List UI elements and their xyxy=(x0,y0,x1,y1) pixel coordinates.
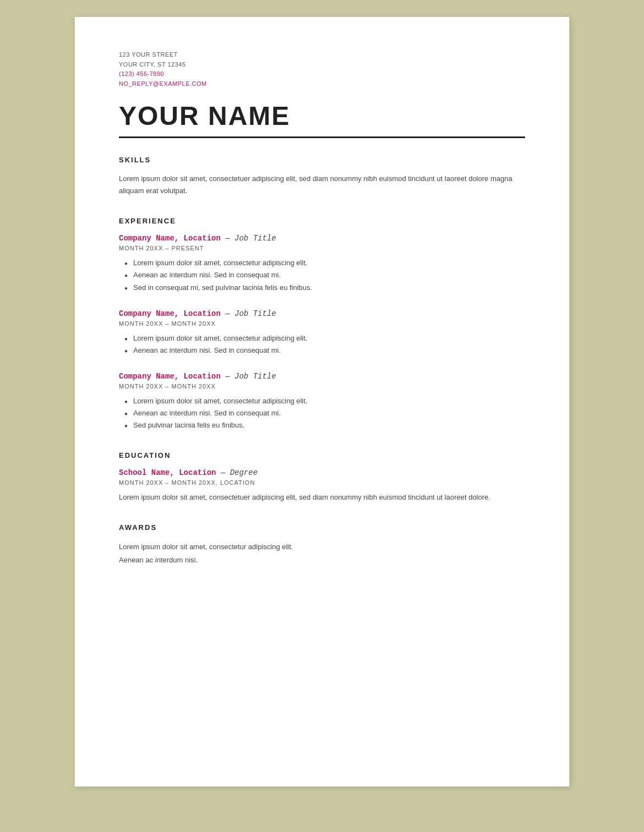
bullet-3-1: Lorem ipsum dolor sit amet, consectetur … xyxy=(124,395,525,407)
skills-body: Lorem ipsum dolor sit amet, consectetuer… xyxy=(119,173,525,197)
education-entry: School Name, Location — Degree MONTH 20X… xyxy=(119,468,525,503)
awards-section: AWARDS Lorem ipsum dolor sit amet, conse… xyxy=(119,523,525,566)
bullets-2: Lorem ipsum dolor sit amet, consectetur … xyxy=(119,332,525,357)
experience-header-2: Company Name, Location — Job Title xyxy=(119,309,525,318)
bullet-2-1: Lorem ipsum dolor sit amet, consectetur … xyxy=(124,332,525,344)
dash-1: — xyxy=(225,234,234,243)
your-name: YOUR NAME xyxy=(119,102,525,131)
education-title: EDUCATION xyxy=(119,451,525,459)
dash-2: — xyxy=(225,309,234,318)
bullet-1-1: Lorem ipsum dolor sit amet, consectetur … xyxy=(124,257,525,269)
skills-section: SKILLS Lorem ipsum dolor sit amet, conse… xyxy=(119,156,525,197)
experience-entry-2: Company Name, Location — Job Title MONTH… xyxy=(119,309,525,357)
bullet-2-2: Aenean ac interdum nisi. Sed in consequa… xyxy=(124,344,525,357)
education-section: EDUCATION School Name, Location — Degree… xyxy=(119,451,525,503)
experience-section: EXPERIENCE Company Name, Location — Job … xyxy=(119,217,525,431)
dates-2: MONTH 20XX – MONTH 20XX xyxy=(119,320,525,327)
bullet-3-2: Aenean ac interdum nisi. Sed in consequa… xyxy=(124,407,525,419)
edu-dates: MONTH 20XX – MONTH 20XX, LOCATION xyxy=(119,479,525,486)
contact-info: 123 YOUR STREET YOUR CITY, ST 12345 (123… xyxy=(119,50,525,89)
phone-line: (123) 456-7890 xyxy=(119,69,525,79)
city-line: YOUR CITY, ST 12345 xyxy=(119,60,525,70)
name-section: YOUR NAME xyxy=(119,102,525,138)
company-2: Company Name, Location xyxy=(119,309,221,318)
bullets-3: Lorem ipsum dolor sit amet, consectetur … xyxy=(119,395,525,431)
experience-entry-1: Company Name, Location — Job Title MONTH… xyxy=(119,234,525,293)
street-line: 123 YOUR STREET xyxy=(119,50,525,60)
company-1: Company Name, Location xyxy=(119,234,221,243)
dates-1: MONTH 20XX – PRESENT xyxy=(119,245,525,251)
resume-page: 123 YOUR STREET YOUR CITY, ST 12345 (123… xyxy=(74,17,570,787)
jobtitle-1: Job Title xyxy=(234,234,276,243)
experience-header-1: Company Name, Location — Job Title xyxy=(119,234,525,243)
skills-title: SKILLS xyxy=(119,156,525,164)
awards-line-1: Lorem ipsum dolor sit amet, consectetur … xyxy=(119,540,525,553)
experience-title: EXPERIENCE xyxy=(119,217,525,225)
bullets-1: Lorem ipsum dolor sit amet, consectetur … xyxy=(119,257,525,293)
jobtitle-2: Job Title xyxy=(234,309,276,318)
education-header: School Name, Location — Degree xyxy=(119,468,525,477)
dates-3: MONTH 20XX – MONTH 20XX xyxy=(119,383,525,390)
degree: Degree xyxy=(230,468,258,477)
school-name: School Name, Location xyxy=(119,468,216,477)
edu-dash: — xyxy=(221,468,230,477)
awards-title: AWARDS xyxy=(119,523,525,532)
company-3: Company Name, Location xyxy=(119,372,221,381)
jobtitle-3: Job Title xyxy=(234,372,276,381)
bullet-3-3: Sed pulvinar lacinia felis eu finibus. xyxy=(124,419,525,431)
email-line: NO_REPLY@EXAMPLE.COM xyxy=(119,79,525,89)
experience-header-3: Company Name, Location — Job Title xyxy=(119,372,525,381)
experience-entry-3: Company Name, Location — Job Title MONTH… xyxy=(119,372,525,431)
awards-line-2: Aenean ac interdum nisi. xyxy=(119,554,525,566)
bullet-1-3: Sed in consequat mi, sed pulvinar lacini… xyxy=(124,282,525,294)
name-divider xyxy=(119,136,525,138)
edu-body: Lorem ipsum dolor sit amet, consectetuer… xyxy=(119,491,525,503)
bullet-1-2: Aenean ac interdum nisi. Sed in consequa… xyxy=(124,269,525,281)
dash-3: — xyxy=(225,372,234,381)
